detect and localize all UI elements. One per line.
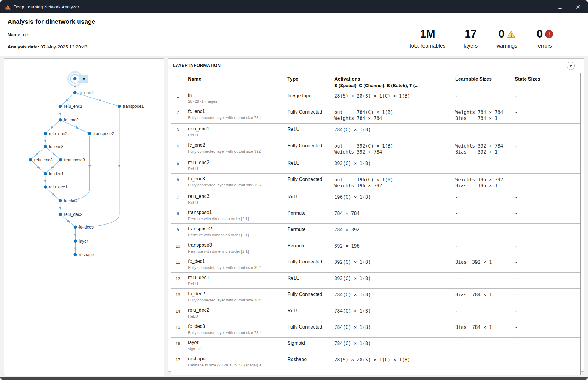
layer-state-sizes: - <box>512 256 561 273</box>
row-number: 15 <box>171 321 185 338</box>
title-bar: Deep Learning Network Analyzer <box>0 0 588 13</box>
layer-description: ReLU <box>188 200 281 205</box>
row-number: 5 <box>171 157 185 174</box>
stat-label: warnings <box>496 43 517 49</box>
layer-name: relu_enc1 <box>188 126 281 132</box>
layer-description: 28×28×1 images <box>188 99 281 104</box>
layer-type: Fully Connected <box>284 174 331 191</box>
layer-type: Image Input <box>284 90 331 106</box>
table-row[interactable]: 4 fc_enc2 Fully connected layer with out… <box>171 140 580 157</box>
svg-text:fc_enc1: fc_enc1 <box>79 90 93 95</box>
svg-text:relu_dec1: relu_dec1 <box>49 185 67 189</box>
layer-learnable-sizes: - <box>452 157 512 174</box>
column-header-activations: Activations S (Spatial), C (Channel), B … <box>331 73 452 90</box>
column-header-number <box>171 73 185 90</box>
row-number: 13 <box>171 289 185 305</box>
minimize-icon <box>539 7 543 7</box>
row-spacer-cell <box>561 354 580 370</box>
layer-state-sizes: - <box>512 273 561 289</box>
layer-state-sizes: - <box>512 240 561 256</box>
svg-text:relu_enc2: relu_enc2 <box>49 131 67 136</box>
svg-text:fc_dec2: fc_dec2 <box>64 198 79 203</box>
network-diagram-panel: infc_enc1relu_enc1transpose1fc_enc2relu_… <box>4 58 164 376</box>
maximize-button[interactable] <box>550 0 569 13</box>
layer-state-sizes: - <box>512 174 561 191</box>
layer-name: in <box>188 92 281 98</box>
row-spacer-cell <box>561 207 580 224</box>
layer-type: Fully Connected <box>284 289 331 305</box>
stat-value: 1M <box>420 29 435 39</box>
table-row[interactable]: 16 layer sigmoid Sigmoid 784(C) × 1(B) -… <box>171 338 580 354</box>
layer-learnable-sizes: - <box>452 90 512 106</box>
layer-activations: 784(C) × 1(B) <box>331 289 452 305</box>
column-header-name: Name <box>185 73 284 90</box>
svg-text:fc_enc3: fc_enc3 <box>49 144 63 149</box>
layer-description: ReLU <box>188 282 281 286</box>
table-row[interactable]: 17 reshape Reshape to size [28 28 1] in … <box>171 354 580 370</box>
layer-learnable-sizes: - <box>452 338 512 354</box>
layer-name: relu_dec2 <box>188 307 281 313</box>
layer-state-sizes: - <box>512 224 561 240</box>
stat-total-learnables: 1M total learnables <box>410 28 446 49</box>
layer-activations: 784(C) × 1(B) <box>331 338 452 354</box>
table-row[interactable]: 11 fc_dec1 Fully connected layer with ou… <box>171 256 580 273</box>
table-row[interactable]: 1 in 28×28×1 images Image Input 28(S) × … <box>171 90 580 106</box>
layer-state-sizes: - <box>512 305 561 321</box>
table-row[interactable]: 8 transpose1 Permute with dimension orde… <box>171 207 580 224</box>
table-row[interactable]: 3 relu_enc1 ReLU ReLU 784(C) × 1(B) - - <box>171 124 580 140</box>
layer-activations: 392 × 196 <box>331 240 452 256</box>
layer-learnable-sizes: Weights 196 × 392 Bias 196 × 1 <box>452 174 512 191</box>
table-row[interactable]: 13 fc_dec2 Fully connected layer with ou… <box>171 289 580 305</box>
minimize-button[interactable] <box>532 0 550 13</box>
maximize-icon <box>558 5 562 9</box>
layer-state-sizes: - <box>512 124 561 140</box>
layer-description: ReLU <box>188 167 281 171</box>
layer-description: Fully connected layer with output size 7… <box>188 330 281 335</box>
layer-activations: out 784(C) × 1(B) Weights 784 × 784 <box>331 106 452 124</box>
row-spacer-cell <box>561 157 580 174</box>
chevron-down-icon <box>569 65 572 67</box>
row-spacer-cell <box>561 256 580 273</box>
layer-description: ReLU <box>188 133 281 137</box>
row-spacer-cell <box>561 338 580 354</box>
close-button[interactable] <box>569 0 588 13</box>
layer-description: Permute with dimension order [2 1] <box>188 249 281 254</box>
row-spacer-cell <box>561 140 580 157</box>
layer-name: fc_enc3 <box>188 176 281 182</box>
layer-activations: out 392(C) × 1(B) Weights 392 × 784 <box>331 140 452 157</box>
layer-type: Fully Connected <box>284 140 331 157</box>
column-header-state-sizes: State Sizes <box>512 73 561 90</box>
table-row[interactable]: 6 fc_enc3 Fully connected layer with out… <box>171 174 580 191</box>
layer-description: Fully connected layer with output size 7… <box>188 298 281 302</box>
layer-activations: 392(C) × 1(B) <box>331 157 452 174</box>
row-spacer-cell <box>561 90 580 106</box>
layer-name: reshape <box>188 356 281 362</box>
layer-name: fc_dec3 <box>188 324 281 329</box>
layer-description: Fully connected layer with output size 1… <box>188 183 281 187</box>
layer-name: fc_enc1 <box>188 109 281 114</box>
table-row[interactable]: 2 fc_enc1 Fully connected layer with out… <box>171 106 580 124</box>
layer-type: Fully Connected <box>284 321 331 338</box>
table-row[interactable]: 5 relu_enc2 ReLU ReLU 392(C) × 1(B) - - <box>171 157 580 174</box>
column-header-spacer <box>561 73 580 90</box>
svg-text:fc_enc2: fc_enc2 <box>64 117 79 122</box>
network-name-line: Name: net <box>8 32 29 37</box>
name-label: Name: <box>8 32 22 37</box>
table-row[interactable]: 15 fc_dec3 Fully connected layer with ou… <box>171 321 580 338</box>
row-spacer-cell <box>561 240 580 256</box>
layer-type: Sigmoid <box>284 338 331 354</box>
layer-state-sizes: - <box>512 191 561 207</box>
row-number: 4 <box>171 140 185 157</box>
table-row[interactable]: 7 relu_enc3 ReLU ReLU 196(C) × 1(B) - - <box>171 191 580 207</box>
row-number: 7 <box>171 191 185 207</box>
layer-state-sizes: - <box>512 140 561 157</box>
table-row[interactable]: 12 relu_dec1 ReLU ReLU 392(C) × 1(B) - - <box>171 273 580 289</box>
table-row[interactable]: 10 transpose3 Permute with dimension ord… <box>171 240 580 256</box>
network-diagram[interactable]: infc_enc1relu_enc1transpose1fc_enc2relu_… <box>4 59 164 376</box>
layer-type: Permute <box>284 207 331 224</box>
layer-learnable-sizes: Bias 392 × 1 <box>452 256 512 273</box>
layer-state-sizes: - <box>512 354 561 370</box>
table-row[interactable]: 9 transpose2 Permute with dimension orde… <box>171 224 580 240</box>
collapse-panel-button[interactable] <box>567 62 575 70</box>
table-row[interactable]: 14 relu_dec2 ReLU ReLU 784(C) × 1(B) - - <box>171 305 580 321</box>
